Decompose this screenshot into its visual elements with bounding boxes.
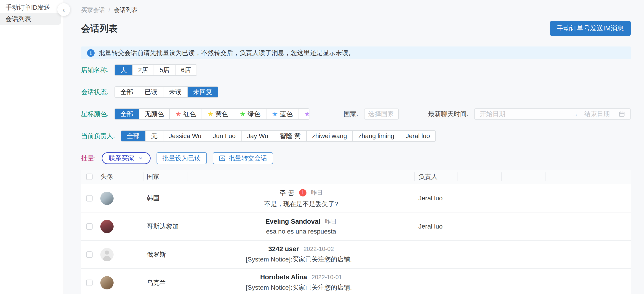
sidebar-item-session-list[interactable]: 会话列表 xyxy=(0,13,61,25)
owner-option[interactable]: Jay Wu xyxy=(241,131,274,141)
header-avatar: 头像 xyxy=(96,170,144,184)
message-time: 2022-10-02 xyxy=(304,245,334,253)
country-cell: 俄罗斯 xyxy=(147,250,166,259)
owner-filter-group: 全部 无 Jessica Wu Jun Luo Jay Wu 智隆 黄 zhiw… xyxy=(121,130,436,142)
country-cell: 哥斯达黎加 xyxy=(147,222,179,231)
status-option[interactable]: 未回复 xyxy=(187,87,218,97)
start-date-placeholder: 开始日期 xyxy=(480,110,572,118)
shop-filter-group: 大 2店 5店 6店 xyxy=(114,64,197,76)
owner-option[interactable]: 全部 xyxy=(121,131,145,141)
transfer-icon xyxy=(219,155,226,162)
sidebar-collapse-button[interactable]: ‹ xyxy=(57,3,70,16)
breadcrumb-separator: / xyxy=(108,7,110,14)
owner-filter-label: 当前负责人: xyxy=(81,132,115,140)
info-icon: i xyxy=(87,49,94,57)
star-filter-label: 星标颜色: xyxy=(81,110,108,118)
status-filter-label: 会话状态: xyxy=(81,88,108,96)
unread-badge: 1 xyxy=(299,189,306,196)
date-range-picker[interactable]: 开始日期 → 结束日期 xyxy=(474,108,631,120)
filter-row-shop: 店铺名称: 大 2店 5店 6店 xyxy=(81,64,631,76)
owner-option[interactable]: Jeral luo xyxy=(400,131,435,141)
filter-row-owner: 当前负责人: 全部 无 Jessica Wu Jun Luo Jay Wu 智隆… xyxy=(81,130,631,142)
header-empty xyxy=(458,170,502,184)
breadcrumb-parent[interactable]: 买家会话 xyxy=(81,6,105,14)
shop-option[interactable]: 6店 xyxy=(175,65,196,75)
owner-option[interactable]: zhiwei wang xyxy=(306,131,352,141)
buyer-name: 3242 user xyxy=(268,245,299,253)
sidebar-item-label: 手动订单ID发送 xyxy=(6,3,50,12)
batch-mark-read-button[interactable]: 批量设为已读 xyxy=(156,152,207,164)
shop-option[interactable]: 大 xyxy=(115,65,132,75)
buyer-name: 주 공 xyxy=(279,188,294,197)
avatar xyxy=(100,192,114,205)
manual-order-send-im-button[interactable]: 手动订单号发送IM消息 xyxy=(550,21,631,36)
owner-option[interactable]: 智隆 黄 xyxy=(274,131,306,141)
star-option[interactable]: ★ 红色 xyxy=(169,109,202,119)
star-option[interactable]: ★ 绿色 xyxy=(234,109,266,119)
table-row[interactable]: 乌克兰 Horobets Alina 2022-10-01 [System No… xyxy=(81,269,631,294)
table-row[interactable]: 哥斯达黎加 Eveling Sandoval 昨日 esa no es una … xyxy=(81,212,631,241)
row-checkbox[interactable] xyxy=(86,251,92,258)
star-icon: ★ xyxy=(304,111,309,117)
owner-option[interactable]: 无 xyxy=(145,131,163,141)
message-time: 2022-10-01 xyxy=(312,274,342,281)
owner-option[interactable]: zhang liming xyxy=(352,131,400,141)
header-select-all-cell xyxy=(81,170,96,184)
owner-option[interactable]: Jun Luo xyxy=(207,131,241,141)
sidebar: 手动订单ID发送 会话列表 ‹ xyxy=(0,0,64,294)
header-country: 国家 xyxy=(144,170,187,184)
avatar xyxy=(100,220,114,233)
star-option[interactable]: ★ 黄色 xyxy=(202,109,234,119)
header-owner: 负责人 xyxy=(414,170,458,184)
status-filter-group: 全部 已读 未读 未回复 xyxy=(114,86,218,98)
row-checkbox[interactable] xyxy=(86,195,92,202)
shop-option[interactable]: 2店 xyxy=(132,65,154,75)
select-all-checkbox[interactable] xyxy=(86,174,92,180)
status-option[interactable]: 已读 xyxy=(139,87,163,97)
last-message: [System Notice]:买家已关注您的店铺。 xyxy=(246,255,356,264)
header-empty xyxy=(589,170,631,184)
chevron-down-icon xyxy=(138,155,144,161)
star-option[interactable]: ★ 蓝色 xyxy=(266,109,298,119)
sidebar-item-manual-order-id[interactable]: 手动订单ID发送 xyxy=(0,2,64,13)
divider xyxy=(81,81,631,81)
last-message: 不是，现在是不是丢失了? xyxy=(264,200,338,208)
main-content: 买家会话 / 会话列表 会话列表 手动订单号发送IM消息 i 批量转交会话前请先… xyxy=(64,0,644,294)
chevron-left-icon: ‹ xyxy=(62,6,65,14)
star-option[interactable]: 全部 xyxy=(115,109,139,119)
last-message: esa no es una respuesta xyxy=(266,228,336,235)
table-row[interactable]: 俄罗斯 3242 user 2022-10-02 [System Notice]… xyxy=(81,241,631,269)
buyer-name: Eveling Sandoval xyxy=(265,218,320,225)
star-option[interactable]: ★ 紫色 xyxy=(298,109,309,119)
country-cell: 乌克兰 xyxy=(147,278,166,287)
info-banner: i 批量转交会话前请先批量设为已读，不然转交后，负责人读了消息，您这里还是显示未… xyxy=(81,47,631,59)
star-filter-group: 全部 无颜色 ★ 红色 ★ 黄色 ★ 绿色 ★ 蓝色 ★ 紫色 xyxy=(114,108,310,120)
batch-transfer-button[interactable]: 批量转交会话 xyxy=(213,152,273,164)
owner-option[interactable]: Jessica Wu xyxy=(163,131,207,141)
title-row: 会话列表 手动订单号发送IM消息 xyxy=(81,21,631,36)
status-option[interactable]: 全部 xyxy=(115,87,139,97)
country-select[interactable] xyxy=(364,108,399,119)
filter-row-star: 星标颜色: 全部 无颜色 ★ 红色 ★ 黄色 ★ 绿色 ★ 蓝色 ★ 紫色 xyxy=(81,108,631,120)
header-empty xyxy=(545,170,589,184)
star-icon: ★ xyxy=(272,111,278,117)
session-table: 头像 国家 负责人 韩国 주 공 1 昨日 xyxy=(81,170,631,294)
range-arrow-icon: → xyxy=(572,111,578,118)
calendar-icon xyxy=(618,111,625,117)
table-row[interactable]: 韩国 주 공 1 昨日 不是，现在是不是丢失了? Jeral luo xyxy=(81,184,631,212)
avatar xyxy=(100,276,114,289)
breadcrumb-current: 会话列表 xyxy=(114,6,138,14)
status-option[interactable]: 未读 xyxy=(163,87,187,97)
message-time: 昨日 xyxy=(311,189,323,197)
star-option[interactable]: 无颜色 xyxy=(139,109,169,119)
divider xyxy=(81,103,631,103)
breadcrumb: 买家会话 / 会话列表 xyxy=(81,6,631,14)
country-cell: 韩国 xyxy=(147,194,160,203)
shop-option[interactable]: 5店 xyxy=(154,65,175,75)
row-checkbox[interactable] xyxy=(86,223,92,230)
star-icon: ★ xyxy=(240,111,246,117)
contact-buyer-dropdown-button[interactable]: 联系买家 xyxy=(102,152,150,164)
row-checkbox[interactable] xyxy=(86,279,92,286)
message-time: 昨日 xyxy=(325,218,337,226)
default-avatar xyxy=(100,248,114,261)
